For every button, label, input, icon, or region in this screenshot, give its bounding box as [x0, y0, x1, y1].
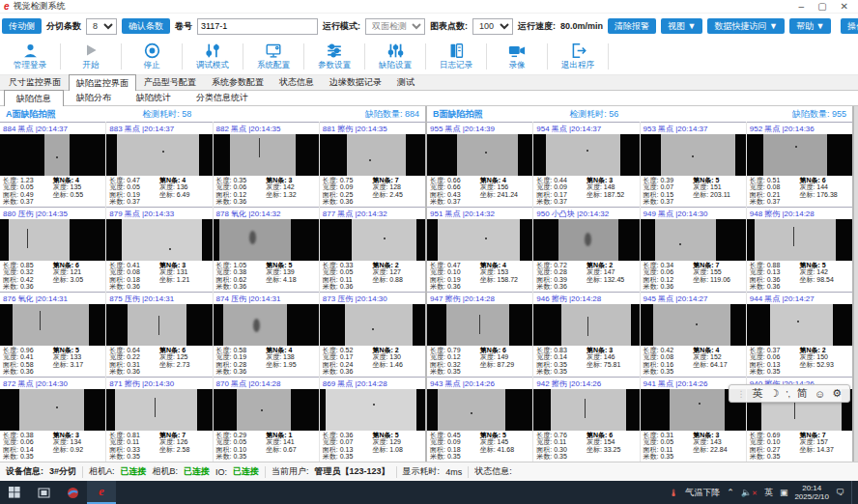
defect-cell[interactable]: 877 黑点 |20:14:32 长度: 0.33 宽度: 0.05 面积: 0…	[320, 207, 425, 292]
defect-image	[533, 219, 639, 261]
defect-cell[interactable]: 878 氧化 |20:14:32 长度: 1.05 宽度: 0.38 面积: 0…	[214, 207, 319, 292]
defect-cell[interactable]: 954 黑点 |20:14:37 长度: 0.44 宽度: 0.09 面积: 0…	[533, 122, 639, 207]
defect-cell[interactable]: 949 黑点 |20:14:30 长度: 0.34 宽度: 0.06 面积: 0…	[641, 207, 746, 292]
minimize-button[interactable]: –	[799, 2, 805, 12]
gear-icon[interactable]: ⚙	[832, 387, 842, 400]
defect-cell[interactable]: 871 擦伤 |20:14:30 长度: 0.81 宽度: 0.11 面积: 0…	[106, 377, 212, 462]
defect-cell[interactable]: 951 黑点 |20:14:32 长度: 0.47 宽度: 0.10 面积: 0…	[427, 207, 532, 292]
defect-cell-header: 944 黑点 |20:14:27	[747, 293, 852, 304]
weather-text[interactable]: 气温下降	[685, 487, 720, 499]
toolbar-button-label: 系统配置	[257, 60, 290, 71]
speaker-icon[interactable]: 🔈✕	[741, 488, 758, 497]
toolbar-button-stop[interactable]: 停止	[122, 39, 182, 74]
data-quick-access-menu-button[interactable]: 数据快捷访问 ▼	[707, 18, 784, 34]
main-tab-1[interactable]: 尺寸监控界面	[1, 73, 69, 90]
main-tab-2[interactable]: 缺陷监控界面	[69, 74, 136, 91]
toolbar-button-exit-door[interactable]: 退出程序	[548, 39, 608, 74]
tray-expand-icon[interactable]: ⌃	[727, 488, 734, 497]
main-tab-3[interactable]: 产品型号配置	[136, 73, 204, 90]
defect-cell[interactable]: 872 黑点 |20:14:30 长度: 0.38 宽度: 0.06 面积: 0…	[0, 377, 105, 462]
close-button[interactable]: ✕	[841, 2, 848, 12]
main-tab-4[interactable]: 系统参数配置	[204, 73, 272, 90]
defect-image	[320, 219, 425, 261]
defect-cell[interactable]: 874 压伤 |20:14:31 长度: 0.58 宽度: 0.19 面积: 0…	[214, 292, 319, 377]
clear-alarm-button[interactable]: 清除报警	[608, 18, 656, 34]
defect-meta: 长度: 0.44 宽度: 0.09 面积: 0.17 米数: 0.37 第N条:…	[533, 176, 639, 207]
defect-cell[interactable]: 883 黑点 |20:14:37 长度: 0.47 宽度: 0.05 面积: 0…	[106, 122, 212, 207]
sub-tab-4[interactable]: 分类信息统计	[184, 89, 261, 105]
run-mode-select[interactable]: 双面检测	[365, 18, 425, 35]
defect-cell-header: 880 压伤 |20:14:35	[0, 208, 105, 219]
defect-cell[interactable]: 880 压伤 |20:14:35 长度: 0.85 宽度: 0.32 面积: 0…	[0, 207, 105, 292]
pinned-app-icon[interactable]	[58, 481, 87, 504]
defect-cell[interactable]: 943 黑点 |20:14:26 长度: 0.45 宽度: 0.09 面积: 0…	[427, 377, 532, 462]
notification-center-icon[interactable]: 🗨	[836, 488, 844, 497]
ime-cursor-icon[interactable]: ’,	[786, 389, 790, 399]
start-button[interactable]	[0, 481, 29, 504]
ime-simplified-button[interactable]: 简	[797, 386, 808, 401]
sub-tab-2[interactable]: 缺陷分布	[64, 89, 124, 105]
vertical-scrollbar[interactable]	[854, 106, 858, 462]
taskbar-language-indicator[interactable]: 英	[764, 487, 773, 499]
defect-meta: 长度: 0.51 宽度: 0.08 面积: 0.21 米数: 0.37 第N条:…	[747, 176, 852, 207]
maximize-button[interactable]: ▢	[817, 2, 826, 12]
toolbar-button-play[interactable]: 开始	[61, 39, 121, 74]
ime-grip-icon[interactable]: ⋮	[737, 389, 746, 399]
slit-count-select[interactable]: 8	[86, 18, 117, 35]
show-desktop-button[interactable]	[851, 481, 854, 504]
defect-cell[interactable]: 955 黑点 |20:14:39 长度: 0.66 宽度: 0.66 面积: 0…	[427, 122, 532, 207]
defect-cell[interactable]: 952 黑点 |20:14:36 长度: 0.51 宽度: 0.08 面积: 0…	[747, 122, 852, 207]
defect-image	[533, 389, 639, 431]
active-app-button[interactable]: e	[87, 481, 116, 504]
toolbar-button-user[interactable]: 管理登录	[0, 39, 60, 74]
defect-cell[interactable]: 870 黑点 |20:14:28 长度: 0.29 宽度: 0.05 面积: 0…	[214, 377, 319, 462]
sub-tab-3[interactable]: 缺陷统计	[124, 89, 184, 105]
defect-cell[interactable]: 946 擦伤 |20:14:28 长度: 0.83 宽度: 0.14 面积: 0…	[533, 292, 639, 377]
defect-cell[interactable]: 945 黑点 |20:14:27 长度: 0.42 宽度: 0.08 面积: 0…	[641, 292, 746, 377]
ime-mode-icon[interactable]: ▣	[780, 488, 788, 497]
defect-cell[interactable]: 869 黑点 |20:14:28 长度: 0.36 宽度: 0.07 面积: 0…	[320, 377, 425, 462]
toolbar-button-monitor[interactable]: 系统配置	[243, 39, 303, 74]
defect-image	[0, 304, 105, 346]
defect-meta: 长度: 0.38 宽度: 0.06 面积: 0.14 米数: 0.35 第N条:…	[0, 431, 105, 462]
thermometer-icon[interactable]: 🌡	[669, 488, 678, 498]
toolbar-button-tune-horizontal[interactable]: 参数设置	[304, 39, 364, 74]
defect-cell[interactable]: 953 黑点 |20:14:37 长度: 0.39 宽度: 0.07 面积: 0…	[641, 122, 746, 207]
taskbar-clock[interactable]: 20:14 2025/2/10	[794, 484, 829, 501]
defect-cell[interactable]: 942 擦伤 |20:14:26 长度: 0.76 宽度: 0.11 面积: 0…	[533, 377, 639, 462]
ime-language-button[interactable]: 英	[753, 386, 763, 401]
view-menu-button[interactable]: 视图 ▼	[661, 18, 702, 34]
main-tab-7[interactable]: 测试	[389, 73, 422, 90]
drive-side-button[interactable]: 传动侧	[2, 18, 42, 34]
main-tab-5[interactable]: 状态信息	[272, 73, 322, 90]
toolbar-button-video-camera[interactable]: 录像	[487, 39, 547, 74]
toolbar-button-log-book[interactable]: 日志记录	[426, 39, 486, 74]
defect-cell[interactable]: 882 黑点 |20:14:35 长度: 0.35 宽度: 0.06 面积: 0…	[214, 122, 319, 207]
defect-cell[interactable]: 947 擦伤 |20:14:28 长度: 0.79 宽度: 0.12 面积: 0…	[427, 292, 532, 377]
operate-side-button[interactable]: 操作侧	[841, 18, 858, 34]
defect-cell-header: 882 黑点 |20:14:35	[214, 123, 319, 134]
help-menu-button[interactable]: 帮助 ▼	[789, 18, 831, 34]
defect-cell[interactable]: 944 黑点 |20:14:27 长度: 0.37 宽度: 0.06 面积: 0…	[747, 292, 852, 377]
defect-cell[interactable]: 873 压伤 |20:14:30 长度: 0.52 宽度: 0.17 面积: 0…	[320, 292, 425, 377]
defect-cell[interactable]: 879 黑点 |20:14:33 长度: 0.41 宽度: 0.08 面积: 0…	[106, 207, 212, 292]
defect-cell[interactable]: 950 小凸块 |20:14:32 长度: 0.72 宽度: 0.28 面积: …	[533, 207, 639, 292]
defect-meta: 长度: 0.42 宽度: 0.08 面积: 0.16 米数: 0.35 第N条:…	[641, 346, 746, 377]
task-view-button[interactable]	[29, 481, 58, 504]
moon-icon[interactable]: ☽	[770, 387, 780, 400]
chart-points-select[interactable]: 100	[472, 18, 513, 35]
toolbar-button-debug-sliders[interactable]: 调试模式	[183, 39, 243, 74]
defect-cell[interactable]: 876 氧化 |20:14:31 长度: 0.96 宽度: 0.41 面积: 0…	[0, 292, 105, 377]
toolbar-button-tune-vertical[interactable]: 缺陷设置	[365, 39, 425, 74]
confirm-count-button[interactable]: 确认条数	[122, 18, 170, 34]
defect-cell[interactable]: 948 擦伤 |20:14:28 长度: 0.88 宽度: 0.13 面积: 0…	[747, 207, 852, 292]
defect-cell-header: 953 黑点 |20:14:37	[641, 123, 746, 134]
defect-cell[interactable]: 884 黑点 |20:14:37 长度: 1.23 宽度: 0.05 面积: 0…	[0, 122, 105, 207]
defect-meta: 长度: 0.66 宽度: 0.66 面积: 0.43 米数: 0.37 第N条:…	[427, 176, 532, 207]
defect-cell[interactable]: 875 压伤 |20:14:31 长度: 0.64 宽度: 0.22 面积: 0…	[106, 292, 212, 377]
main-tab-6[interactable]: 边缘数据记录	[322, 73, 389, 90]
smiley-icon[interactable]: ☺	[815, 388, 825, 400]
coil-number-input[interactable]	[197, 18, 318, 35]
sub-tab-1[interactable]: 缺陷信息	[4, 90, 64, 106]
defect-cell[interactable]: 881 擦伤 |20:14:35 长度: 0.75 宽度: 0.09 面积: 0…	[320, 122, 425, 207]
